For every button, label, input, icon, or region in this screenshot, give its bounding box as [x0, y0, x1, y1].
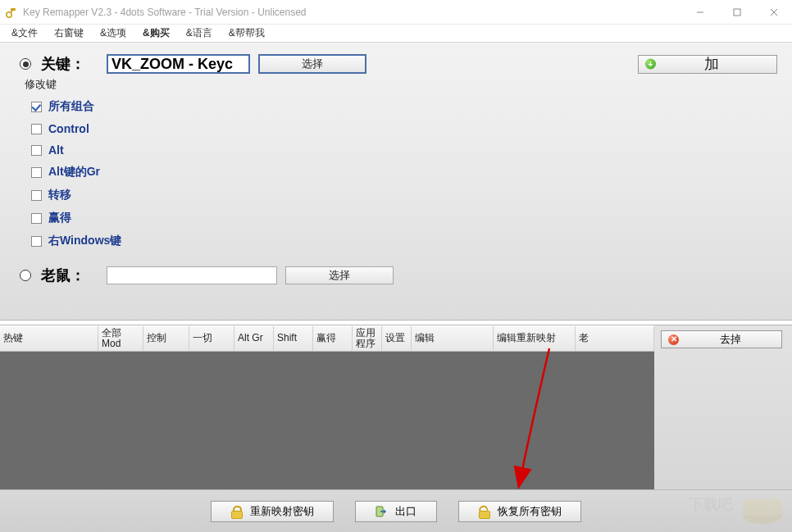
modifier-item[interactable]: Alt [31, 139, 777, 161]
restore-keys-label: 恢复所有密钥 [498, 504, 562, 519]
modifier-checkbox[interactable] [31, 213, 42, 224]
mouse-radio-label: 老鼠： [41, 266, 98, 285]
exit-label: 出口 [395, 504, 416, 519]
watermark: 下载吧 [680, 484, 787, 525]
th-allmod[interactable]: 全部Mod [98, 326, 143, 351]
add-button[interactable]: + 加 [638, 55, 777, 74]
lock-icon [230, 506, 242, 517]
th-app[interactable]: 应用程序 [353, 326, 382, 351]
th-old[interactable]: 老 [576, 326, 654, 351]
th-edit[interactable]: 编辑 [412, 326, 494, 351]
modifier-label: Control [48, 122, 89, 135]
key-row: 关键： VK_ZOOM - Keyc 选择 + 加 [20, 54, 777, 74]
th-win[interactable]: 赢得 [313, 326, 353, 351]
key-select-label: 选择 [302, 57, 323, 71]
modifier-checkbox[interactable] [31, 167, 42, 178]
modifier-item[interactable]: Alt键的Gr [31, 161, 777, 184]
modifier-list: 所有组合 Control Alt Alt键的Gr 转移 赢得 右Windows键 [31, 95, 777, 252]
app-icon [5, 6, 18, 19]
key-select-button[interactable]: 选择 [258, 54, 366, 74]
remap-keys-button[interactable]: 重新映射密钥 [211, 501, 334, 522]
th-editremap[interactable]: 编辑重新映射 [494, 326, 576, 351]
modifier-item[interactable]: Control [31, 118, 777, 139]
restore-keys-button[interactable]: 恢复所有密钥 [458, 501, 581, 522]
modifier-checkbox[interactable] [31, 102, 42, 112]
table-header: 热键 全部Mod 控制 一切 Alt Gr Shift 赢得 应用程序 设置 编… [0, 325, 654, 352]
mouse-input[interactable] [107, 266, 277, 284]
th-hotkey[interactable]: 热键 [0, 326, 98, 351]
remove-button[interactable]: ✕ 去掉 [661, 330, 782, 348]
modifier-item[interactable]: 所有组合 [31, 95, 777, 118]
add-button-label: 加 [704, 54, 719, 74]
window-controls [681, 0, 792, 24]
menu-buy[interactable]: &购买 [134, 25, 178, 42]
window-titlebar: Key Remapper V2.3 - 4dots Software - Tri… [0, 0, 792, 25]
modifier-checkbox[interactable] [31, 145, 42, 156]
maximize-button[interactable] [718, 0, 755, 24]
table-body[interactable] [0, 352, 654, 489]
minimize-button[interactable] [681, 0, 718, 24]
key-radio[interactable] [20, 58, 31, 70]
menu-help[interactable]: &帮帮我 [221, 25, 273, 42]
mouse-select-label: 选择 [329, 268, 350, 283]
modifier-item[interactable]: 右Windows键 [31, 230, 777, 252]
key-radio-label: 关键： [41, 54, 98, 74]
menu-options[interactable]: &选项 [92, 25, 134, 42]
menu-bar: &文件 右窗键 &选项 &购买 &语言 &帮帮我 [0, 25, 792, 43]
mouse-select-button[interactable]: 选择 [285, 266, 394, 284]
mouse-row: 老鼠： 选择 [20, 266, 777, 285]
modifier-label: 赢得 [48, 211, 71, 225]
exit-icon [376, 506, 387, 517]
remove-button-label: 去掉 [685, 332, 775, 347]
window-title: Key Remapper V2.3 - 4dots Software - Tri… [23, 7, 681, 18]
modifier-label: Alt键的Gr [48, 165, 100, 180]
modifier-checkbox[interactable] [31, 124, 42, 134]
bottom-bar: 重新映射密钥 出口 恢复所有密钥 [0, 489, 792, 532]
menu-file[interactable]: &文件 [3, 25, 46, 42]
svg-rect-10 [743, 499, 782, 516]
modifier-label: Alt [48, 143, 64, 157]
modifier-label: 右Windows键 [48, 234, 121, 248]
th-altgr[interactable]: Alt Gr [234, 326, 274, 351]
modifier-item[interactable]: 转移 [31, 184, 777, 207]
modifier-group-title: 修改键 [25, 77, 777, 92]
remap-table: 热键 全部Mod 控制 一切 Alt Gr Shift 赢得 应用程序 设置 编… [0, 325, 654, 489]
remap-keys-label: 重新映射密钥 [250, 504, 314, 519]
remove-icon: ✕ [668, 334, 679, 345]
right-pane: ✕ 去掉 [654, 325, 792, 489]
exit-button[interactable]: 出口 [355, 501, 437, 522]
plus-icon: + [645, 59, 656, 70]
close-button[interactable] [755, 0, 792, 24]
menu-rightwinkey[interactable]: 右窗键 [46, 25, 92, 42]
modifier-item[interactable]: 赢得 [31, 207, 777, 230]
modifier-label: 转移 [48, 188, 71, 202]
th-all[interactable]: 一切 [189, 326, 234, 351]
modifier-checkbox[interactable] [31, 236, 42, 247]
panel-separator [0, 320, 792, 325]
unlock-icon [478, 506, 489, 517]
th-settings[interactable]: 设置 [382, 326, 412, 351]
key-input-value: VK_ZOOM - Keyc [112, 56, 233, 73]
svg-text:下载吧: 下载吧 [689, 496, 733, 512]
svg-point-0 [7, 11, 11, 16]
key-input[interactable]: VK_ZOOM - Keyc [107, 54, 250, 74]
menu-language[interactable]: &语言 [178, 25, 221, 42]
modifier-label: 所有组合 [48, 99, 94, 114]
th-shift[interactable]: Shift [274, 326, 313, 351]
config-panel: 关键： VK_ZOOM - Keyc 选择 + 加 修改键 所有组合 Contr… [0, 43, 792, 320]
table-row-wrap: 热键 全部Mod 控制 一切 Alt Gr Shift 赢得 应用程序 设置 编… [0, 325, 792, 489]
mouse-radio[interactable] [20, 270, 31, 281]
svg-rect-4 [734, 9, 740, 16]
th-control[interactable]: 控制 [143, 326, 189, 351]
modifier-checkbox[interactable] [31, 190, 42, 201]
